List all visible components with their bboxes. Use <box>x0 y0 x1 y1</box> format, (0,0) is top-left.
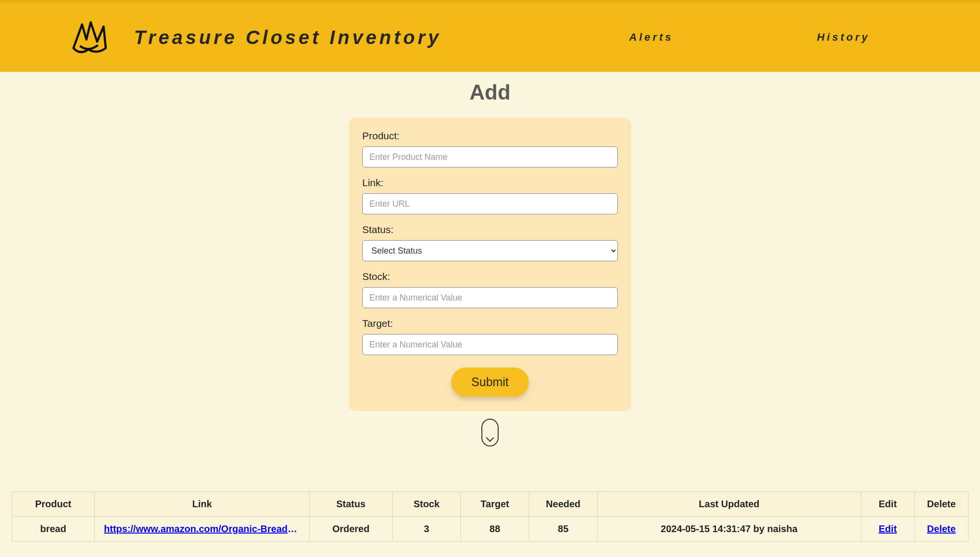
cell-target: 88 <box>461 517 529 542</box>
header-bar: Treasure Closet Inventory Alerts History <box>0 0 980 72</box>
header-link: Link <box>95 492 310 517</box>
status-select[interactable]: Select Status <box>362 240 618 261</box>
cell-stock: 3 <box>392 517 461 542</box>
header-edit: Edit <box>861 492 914 517</box>
page-title: Add <box>0 80 980 104</box>
header-delete: Delete <box>914 492 968 517</box>
cell-edit: Edit <box>861 517 914 542</box>
inventory-table: Product Link Status Stock Target Needed … <box>11 491 969 542</box>
header-target: Target <box>461 492 529 517</box>
product-label: Product: <box>362 130 618 142</box>
cell-link: https://www.amazon.com/Organic-Bread-Hea… <box>95 517 310 542</box>
submit-button[interactable]: Submit <box>451 368 529 397</box>
header-last-updated: Last Updated <box>597 492 861 517</box>
stock-label: Stock: <box>362 271 618 282</box>
cell-last-updated: 2024-05-15 14:31:47 by naisha <box>597 517 861 542</box>
scroll-down-icon[interactable] <box>481 419 499 446</box>
app-title: Treasure Closet Inventory <box>134 27 442 48</box>
header-needed: Needed <box>529 492 598 517</box>
nav-history[interactable]: History <box>817 31 870 44</box>
target-label: Target: <box>362 318 618 329</box>
product-link[interactable]: https://www.amazon.com/Organic-Bread-Hea… <box>104 524 300 535</box>
cell-delete: Delete <box>914 517 968 542</box>
inventory-table-wrap: Product Link Status Stock Target Needed … <box>11 491 969 542</box>
cell-status: Ordered <box>310 517 392 542</box>
table-header-row: Product Link Status Stock Target Needed … <box>12 492 969 517</box>
nav-links: Alerts History <box>629 31 951 44</box>
header-status: Status <box>310 492 392 517</box>
add-form-card: Product: Link: Status: Select Status Sto… <box>349 118 631 411</box>
header-stock: Stock <box>392 492 461 517</box>
link-input[interactable] <box>362 193 618 214</box>
cell-needed: 85 <box>529 517 598 542</box>
table-row: bread https://www.amazon.com/Organic-Bre… <box>12 517 969 542</box>
logo-icon <box>67 16 110 59</box>
edit-link[interactable]: Edit <box>879 524 897 534</box>
status-label: Status: <box>362 224 618 235</box>
delete-link[interactable]: Delete <box>927 524 956 534</box>
target-input[interactable] <box>362 334 618 355</box>
stock-input[interactable] <box>362 287 618 308</box>
product-input[interactable] <box>362 146 618 167</box>
header-product: Product <box>12 492 95 517</box>
nav-alerts[interactable]: Alerts <box>629 31 673 44</box>
link-label: Link: <box>362 177 618 189</box>
cell-product: bread <box>12 517 95 542</box>
